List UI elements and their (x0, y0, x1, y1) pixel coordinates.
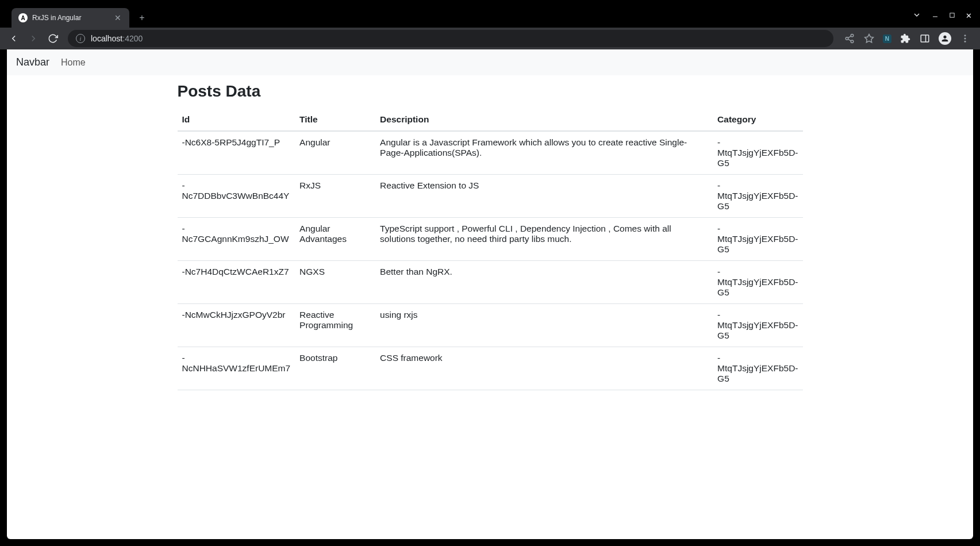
browser-tab[interactable]: A RxJS in Angular ✕ (11, 8, 129, 28)
cell-title: Angular (295, 131, 375, 175)
tab-favicon-icon: A (18, 13, 28, 22)
nav-link-home[interactable]: Home (61, 57, 86, 68)
svg-line-6 (848, 36, 851, 38)
cell-id: -NcMwCkHJjzxGPOyV2br (178, 304, 295, 347)
svg-point-12 (964, 41, 966, 43)
profile-avatar-icon[interactable] (939, 32, 951, 45)
cell-title: Angular Advantages (295, 218, 375, 261)
table-row: -NcNHHaSVW1zfErUMEm7BootstrapCSS framewo… (178, 347, 803, 390)
cell-id: -NcNHHaSVW1zfErUMEm7 (178, 347, 295, 390)
side-panel-icon[interactable] (919, 33, 931, 44)
window-controls: ✕ (912, 10, 972, 21)
close-tab-icon[interactable]: ✕ (113, 13, 122, 22)
url-text: localhost:4200 (91, 34, 143, 43)
table-row: -NcMwCkHJjzxGPOyV2brReactive Programming… (178, 304, 803, 347)
cell-title: RxJS (295, 175, 375, 218)
cell-category: -MtqTJsjgYjEXFb5D-G5 (713, 261, 802, 304)
forward-button[interactable] (25, 30, 41, 47)
table-row: -Nc6X8-5RP5J4ggTI7_PAngularAngular is a … (178, 131, 803, 175)
menu-icon[interactable] (959, 33, 971, 44)
cell-category: -MtqTJsjgYjEXFb5D-G5 (713, 347, 802, 390)
table-header-row: Id Title Description Category (178, 109, 803, 131)
svg-point-4 (851, 40, 854, 43)
titlebar (0, 0, 980, 7)
navbar-brand[interactable]: Navbar (16, 56, 49, 68)
new-tab-button[interactable]: + (136, 13, 148, 23)
table-row: -Nc7GCAgnnKm9szhJ_OWAngular AdvantagesTy… (178, 218, 803, 261)
cell-description: TypeScript support , Powerful CLI , Depe… (375, 218, 713, 261)
cell-description: Better than NgRX. (375, 261, 713, 304)
extension-badge-icon[interactable]: N (883, 34, 891, 43)
toolbar: i localhost:4200 N (0, 28, 980, 49)
address-bar[interactable]: i localhost:4200 (68, 30, 833, 47)
cell-id: -Nc7GCAgnnKm9szhJ_OW (178, 218, 295, 261)
cell-id: -Nc6X8-5RP5J4ggTI7_P (178, 131, 295, 175)
cell-id: -Nc7DDBbvC3WwBnBc44Y (178, 175, 295, 218)
svg-rect-8 (921, 35, 929, 42)
cell-category: -MtqTJsjgYjEXFb5D-G5 (713, 131, 802, 175)
cell-title: Reactive Programming (295, 304, 375, 347)
svg-point-3 (846, 37, 848, 40)
navbar: Navbar Home (7, 49, 973, 75)
cell-description: using rxjs (375, 304, 713, 347)
chevron-down-icon[interactable] (912, 10, 921, 21)
cell-title: NGXS (295, 261, 375, 304)
minimize-icon[interactable] (932, 11, 939, 20)
page-title: Posts Data (178, 82, 803, 101)
cell-category: -MtqTJsjgYjEXFb5D-G5 (713, 218, 802, 261)
header-id: Id (178, 109, 295, 131)
svg-point-10 (964, 34, 966, 36)
cell-description: Reactive Extension to JS (375, 175, 713, 218)
svg-line-5 (848, 39, 851, 41)
svg-point-11 (964, 38, 966, 40)
cell-description: Angular is a Javascript Framework which … (375, 131, 713, 175)
maximize-icon[interactable] (949, 11, 955, 20)
bookmark-icon[interactable] (863, 33, 875, 44)
cell-category: -MtqTJsjgYjEXFb5D-G5 (713, 175, 802, 218)
posts-table: Id Title Description Category -Nc6X8-5RP… (178, 109, 803, 390)
page-container: Posts Data Id Title Description Category… (168, 75, 812, 397)
back-button[interactable] (6, 30, 22, 47)
viewport: Navbar Home Posts Data Id Title Descript… (7, 49, 973, 539)
svg-marker-7 (864, 34, 873, 43)
table-row: -Nc7H4DqCtzWCAeR1xZ7NGXSBetter than NgRX… (178, 261, 803, 304)
extensions-icon[interactable] (900, 33, 911, 44)
browser-window: A RxJS in Angular ✕ + ✕ (0, 0, 980, 546)
close-window-icon[interactable]: ✕ (966, 11, 972, 20)
cell-id: -Nc7H4DqCtzWCAeR1xZ7 (178, 261, 295, 304)
toolbar-actions: N (840, 32, 974, 45)
header-title: Title (295, 109, 375, 131)
cell-title: Bootstrap (295, 347, 375, 390)
tab-title: RxJS in Angular (32, 14, 109, 22)
table-row: -Nc7DDBbvC3WwBnBc44YRxJSReactive Extensi… (178, 175, 803, 218)
cell-category: -MtqTJsjgYjEXFb5D-G5 (713, 304, 802, 347)
share-icon[interactable] (844, 33, 855, 44)
cell-description: CSS framework (375, 347, 713, 390)
svg-rect-1 (950, 13, 954, 17)
svg-point-2 (851, 34, 854, 37)
tab-strip: A RxJS in Angular ✕ + ✕ (0, 7, 980, 28)
site-info-icon[interactable]: i (76, 34, 85, 43)
reload-button[interactable] (45, 30, 61, 47)
header-description: Description (375, 109, 713, 131)
header-category: Category (713, 109, 802, 131)
